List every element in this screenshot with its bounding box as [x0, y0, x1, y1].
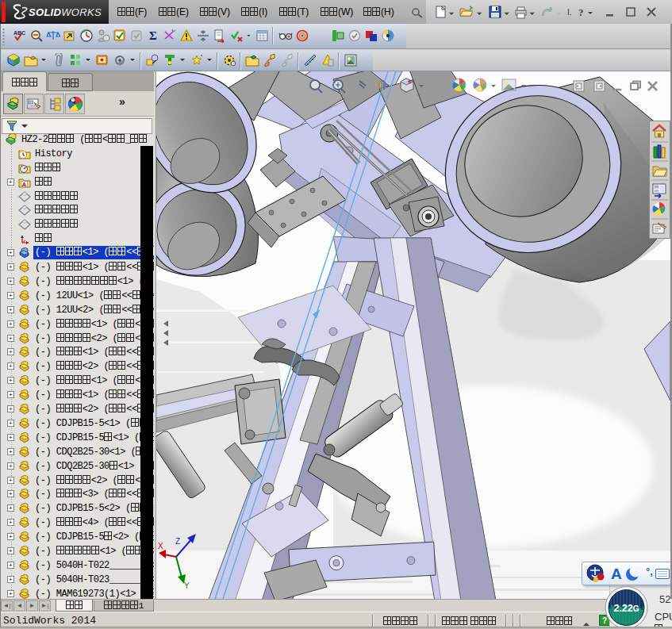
svg-text:A: A [611, 566, 622, 582]
svg-text:2.22G: 2.22G [613, 603, 639, 614]
svg-text:A: A [22, 181, 27, 188]
svg-text:Σ: Σ [149, 29, 157, 42]
svg-text:?: ? [578, 6, 584, 18]
svg-text:ABC: ABC [13, 30, 25, 36]
svg-text:Y: Y [184, 581, 190, 590]
svg-text:X: X [158, 542, 163, 550]
svg-text:I.: I. [567, 8, 572, 17]
svg-text:Z: Z [175, 537, 180, 546]
svg-text:°,: °, [646, 566, 653, 577]
